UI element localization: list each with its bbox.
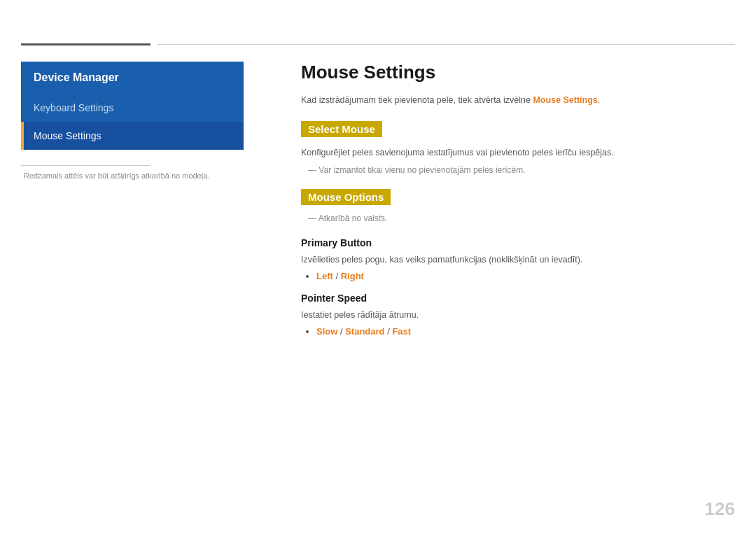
select-mouse-desc: Konfigurējiet peles savienojuma iestatīj… bbox=[301, 146, 728, 160]
sidebar-note: Redzamais attēls var būt atšķirīgs atkar… bbox=[21, 171, 244, 180]
sidebar-header: Device Manager bbox=[21, 62, 244, 94]
sidebar-item-mouse[interactable]: Mouse Settings bbox=[21, 122, 244, 150]
option-sep1: / bbox=[333, 271, 341, 281]
mouse-options-note: Atkarībā no valsts. bbox=[301, 213, 728, 223]
intro-highlight: Mouse Settings bbox=[533, 95, 597, 105]
option-sep2: / bbox=[337, 326, 345, 337]
mouse-options-section: Mouse Options Atkarībā no valsts. Primar… bbox=[301, 189, 728, 337]
top-lines bbox=[21, 43, 735, 45]
page-title: Mouse Settings bbox=[301, 62, 728, 83]
pointer-speed-desc: Iestatiet peles rādītāja ātrumu. bbox=[301, 308, 728, 322]
option-fast: Fast bbox=[392, 326, 411, 337]
top-line-dark bbox=[21, 43, 150, 45]
primary-button-desc: Izvēlieties peles pogu, kas veiks pamatf… bbox=[301, 253, 728, 267]
pointer-speed-options: Slow / Standard / Fast bbox=[301, 326, 728, 337]
option-standard: Standard bbox=[345, 326, 384, 337]
list-item: Slow / Standard / Fast bbox=[316, 326, 728, 337]
select-mouse-heading: Select Mouse bbox=[301, 121, 382, 137]
option-sep3: / bbox=[385, 326, 393, 337]
main-content: Mouse Settings Kad izstrādājumam tiek pi… bbox=[301, 62, 728, 346]
primary-button-subsection: Primary Button Izvēlieties peles pogu, k… bbox=[301, 237, 728, 281]
primary-button-options: Left / Right bbox=[301, 271, 728, 281]
top-line-light bbox=[158, 44, 735, 45]
pointer-speed-title: Pointer Speed bbox=[301, 293, 728, 304]
select-mouse-section: Select Mouse Konfigurējiet peles savieno… bbox=[301, 121, 728, 175]
option-right: Right bbox=[341, 271, 364, 281]
select-mouse-note: Var izmantot tikai vienu no pievienotajā… bbox=[301, 165, 728, 175]
sidebar: Device Manager Keyboard Settings Mouse S… bbox=[21, 62, 244, 180]
list-item: Left / Right bbox=[316, 271, 728, 281]
intro-prefix: Kad izstrādājumam tiek pievienota pele, … bbox=[301, 95, 533, 105]
primary-button-title: Primary Button bbox=[301, 237, 728, 248]
option-left: Left bbox=[316, 271, 333, 281]
pointer-speed-subsection: Pointer Speed Iestatiet peles rādītāja ā… bbox=[301, 293, 728, 337]
page-number: 126 bbox=[705, 498, 735, 520]
option-slow: Slow bbox=[316, 326, 337, 337]
sidebar-item-keyboard[interactable]: Keyboard Settings bbox=[21, 94, 244, 122]
intro-period: . bbox=[598, 95, 600, 105]
sidebar-divider bbox=[21, 165, 150, 166]
intro-text: Kad izstrādājumam tiek pievienota pele, … bbox=[301, 93, 728, 107]
mouse-options-heading: Mouse Options bbox=[301, 189, 391, 205]
